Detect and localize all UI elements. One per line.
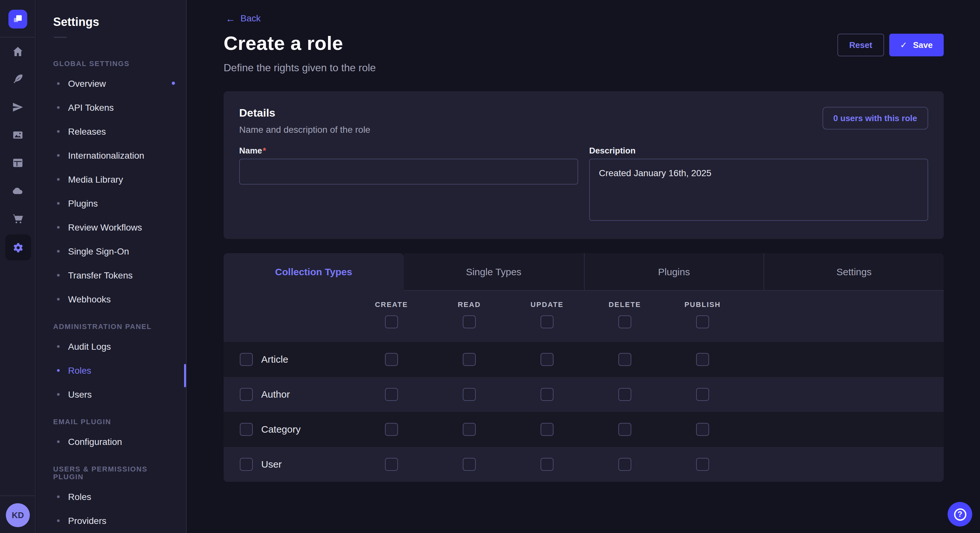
subnav-title: Settings bbox=[53, 16, 186, 29]
bullet-icon bbox=[57, 440, 60, 443]
sidebar-item-roles[interactable]: Roles bbox=[36, 358, 186, 382]
settings-subnav: Settings GLOBAL SETTINGSOverviewAPI Toke… bbox=[36, 0, 187, 533]
rail-divider-bottom bbox=[0, 495, 36, 496]
select-all-update-checkbox[interactable] bbox=[541, 315, 554, 328]
sidebar-item-audit-logs[interactable]: Audit Logs bbox=[36, 334, 186, 358]
perm-category-publish-checkbox[interactable] bbox=[696, 423, 709, 436]
sidebar-item-media-library[interactable]: Media Library bbox=[36, 167, 186, 191]
bullet-icon bbox=[57, 106, 60, 108]
row-article-select-checkbox[interactable] bbox=[240, 353, 253, 366]
back-link[interactable]: ← Back bbox=[226, 13, 261, 23]
perm-user-delete-checkbox[interactable] bbox=[618, 458, 631, 471]
sidebar-item-label: Configuration bbox=[68, 436, 122, 447]
select-all-create-checkbox[interactable] bbox=[385, 315, 398, 328]
media-library-icon[interactable] bbox=[4, 121, 32, 149]
sidebar-item-label: Media Library bbox=[68, 174, 123, 184]
role-name-input[interactable] bbox=[239, 159, 578, 184]
sidebar-item-configuration[interactable]: Configuration bbox=[36, 429, 186, 453]
save-button[interactable]: ✓ Save bbox=[889, 33, 944, 56]
sidebar-item-plugins[interactable]: Plugins bbox=[36, 191, 186, 215]
tab-settings[interactable]: Settings bbox=[764, 253, 944, 290]
perm-column-label: PUBLISH bbox=[684, 300, 721, 308]
tab-plugins[interactable]: Plugins bbox=[584, 253, 764, 290]
perm-article-update-checkbox[interactable] bbox=[541, 353, 554, 366]
row-category-select-checkbox[interactable] bbox=[240, 423, 253, 436]
sidebar-item-roles[interactable]: Roles bbox=[36, 484, 186, 508]
perm-author-update-checkbox[interactable] bbox=[541, 388, 554, 401]
perm-column-delete: DELETE bbox=[586, 290, 664, 328]
content-manager-icon[interactable] bbox=[4, 149, 32, 177]
cloud-icon[interactable] bbox=[4, 177, 32, 205]
perm-article-read-checkbox[interactable] bbox=[463, 353, 476, 366]
sidebar-item-internationalization[interactable]: Internationalization bbox=[36, 143, 186, 167]
sidebar-item-providers[interactable]: Providers bbox=[36, 508, 186, 532]
sidebar-item-label: Roles bbox=[68, 491, 91, 501]
perm-category-update-checkbox[interactable] bbox=[541, 423, 554, 436]
perm-user-update-checkbox[interactable] bbox=[541, 458, 554, 471]
table-row-user: User bbox=[224, 447, 944, 482]
subnav-scrollbar-thumb[interactable] bbox=[184, 364, 186, 387]
perm-article-publish-checkbox[interactable] bbox=[696, 353, 709, 366]
row-author-select-checkbox[interactable] bbox=[240, 388, 253, 401]
sidebar-item-api-tokens[interactable]: API Tokens bbox=[36, 95, 186, 119]
select-all-publish-checkbox[interactable] bbox=[696, 315, 709, 328]
app-window: KD Settings GLOBAL SETTINGSOverviewAPI T… bbox=[0, 0, 980, 533]
home-icon[interactable] bbox=[4, 38, 32, 65]
bullet-icon bbox=[57, 178, 60, 180]
perm-category-delete-checkbox[interactable] bbox=[618, 423, 631, 436]
perm-category-read-checkbox[interactable] bbox=[463, 423, 476, 436]
feather-icon[interactable] bbox=[4, 65, 32, 93]
bullet-icon bbox=[57, 202, 60, 204]
users-with-role-button[interactable]: 0 users with this role bbox=[822, 106, 928, 129]
perm-author-create-checkbox[interactable] bbox=[385, 388, 398, 401]
sidebar-item-label: Releases bbox=[68, 126, 106, 136]
perm-user-read-checkbox[interactable] bbox=[463, 458, 476, 471]
perm-user-create-checkbox[interactable] bbox=[385, 458, 398, 471]
bullet-icon bbox=[57, 393, 60, 395]
perm-user-publish-checkbox[interactable] bbox=[696, 458, 709, 471]
perm-category-create-checkbox[interactable] bbox=[385, 423, 398, 436]
nav-section-label: USERS & PERMISSIONS PLUGIN bbox=[53, 465, 169, 481]
row-label: User bbox=[261, 458, 282, 470]
sidebar-item-overview[interactable]: Overview bbox=[36, 71, 186, 95]
row-label: Article bbox=[261, 354, 288, 365]
select-all-read-checkbox[interactable] bbox=[463, 315, 476, 328]
sidebar-item-review-workflows[interactable]: Review Workflows bbox=[36, 215, 186, 239]
name-field-label: Name* bbox=[239, 145, 578, 155]
sidebar-item-transfer-tokens[interactable]: Transfer Tokens bbox=[36, 263, 186, 287]
sidebar-item-webhooks[interactable]: Webhooks bbox=[36, 287, 186, 311]
strapi-logo[interactable] bbox=[8, 10, 27, 29]
perm-article-delete-checkbox[interactable] bbox=[618, 353, 631, 366]
question-mark-icon: ? bbox=[954, 508, 966, 520]
role-description-textarea[interactable]: Created January 16th, 2025 bbox=[589, 159, 928, 220]
perm-author-delete-checkbox[interactable] bbox=[618, 388, 631, 401]
marketplace-cart-icon[interactable] bbox=[4, 205, 32, 233]
tab-collection-types[interactable]: Collection Types bbox=[224, 253, 404, 290]
settings-gear-icon[interactable] bbox=[5, 235, 31, 260]
sidebar-item-label: Users bbox=[68, 389, 92, 399]
bullet-icon bbox=[57, 226, 60, 228]
sidebar-item-label: Plugins bbox=[68, 198, 98, 208]
row-label: Author bbox=[261, 389, 290, 400]
avatar[interactable]: KD bbox=[6, 503, 30, 527]
strapi-logo-icon bbox=[12, 14, 23, 25]
subnav-title-divider bbox=[54, 37, 67, 38]
row-user-select-checkbox[interactable] bbox=[240, 458, 253, 471]
tab-single-types[interactable]: Single Types bbox=[404, 253, 584, 290]
description-field-label: Description bbox=[589, 145, 928, 155]
perm-column-update: UPDATE bbox=[508, 290, 586, 328]
save-label: Save bbox=[913, 40, 933, 49]
select-all-delete-checkbox[interactable] bbox=[618, 315, 631, 328]
perm-author-publish-checkbox[interactable] bbox=[696, 388, 709, 401]
help-button[interactable]: ? bbox=[948, 502, 972, 527]
perm-article-create-checkbox[interactable] bbox=[385, 353, 398, 366]
perm-author-read-checkbox[interactable] bbox=[463, 388, 476, 401]
sidebar-item-users[interactable]: Users bbox=[36, 382, 186, 406]
sidebar-item-releases[interactable]: Releases bbox=[36, 119, 186, 143]
bullet-icon bbox=[57, 250, 60, 252]
nav-section-email-plugin: EMAIL PLUGINConfiguration bbox=[36, 418, 186, 453]
reset-button[interactable]: Reset bbox=[838, 33, 884, 56]
paper-plane-icon[interactable] bbox=[4, 93, 32, 121]
collection-types-panel: CREATEREADUPDATEDELETEPUBLISH ArticleAut… bbox=[224, 290, 944, 482]
sidebar-item-single-sign-on[interactable]: Single Sign-On bbox=[36, 239, 186, 263]
